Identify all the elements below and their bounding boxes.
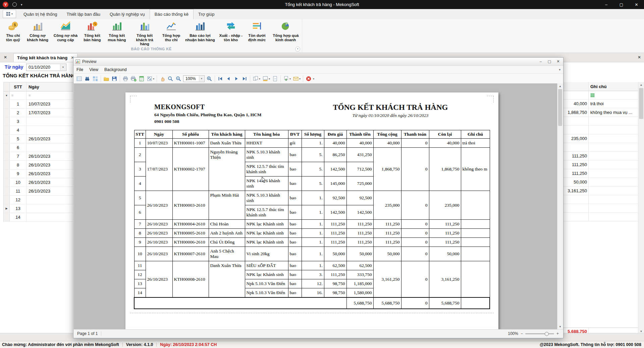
ribbon-button-cong-no-nha-cung-cap[interactable]: Công nợ nhà cung cấp [51,20,80,43]
ribbon-tab[interactable]: Quản trị hệ thống [19,9,62,19]
grid-row[interactable]: 111,250 [564,152,638,160]
zoom-slider-thumb[interactable] [545,332,549,336]
page-color-icon[interactable]: ▾ [261,75,271,83]
watermark-icon[interactable]: A [271,75,279,83]
first-page-icon[interactable] [216,75,224,83]
stt-filter-cell[interactable]: = [10,91,26,99]
grid-row[interactable]: 111,250 [564,160,638,169]
quick-print-icon[interactable] [129,75,138,83]
close-all-tabs-icon[interactable]: ✕ [4,55,7,60]
preview-scroll-up-icon[interactable]: ▲ [557,83,563,89]
main-grid-scrollbar[interactable]: ▲ ▼ [638,82,644,334]
ribbon-tab[interactable]: Báo cáo thống kê [150,9,194,19]
panel-close-icon[interactable]: ✕ [638,55,641,60]
menu-view[interactable]: View [86,67,101,72]
grid-row[interactable] [564,143,638,152]
zoom-out-icon[interactable] [174,75,182,83]
application-menu-button[interactable]: ▾ [3,10,16,18]
ribbon-tab[interactable]: Quản lý nghiệp vụ [105,9,150,19]
grid-row[interactable]: 1 10/07/2023 [4,100,80,109]
ribbon-button-bao-cao-loi-nhuan[interactable]: Báo cáo lợi nhuận bán hàng [182,20,217,43]
zoom-in-icon[interactable] [205,75,213,83]
preview-scroll-down-icon[interactable]: ▼ [557,324,563,329]
search-icon[interactable] [83,75,91,83]
grid-row[interactable]: 12 [4,196,80,204]
preview-scrollbar[interactable]: ▲ ▼ [557,83,563,329]
ribbon-button-tong-hop-thu-chi[interactable]: Tổng hợp thu chi [160,20,183,43]
next-page-icon[interactable] [232,75,240,83]
grid-row[interactable] [564,117,638,126]
last-page-icon[interactable] [240,75,249,83]
toolbar-overflow-icon[interactable]: ▾ [313,77,314,80]
preview-scrollbar-thumb[interactable] [558,89,562,126]
minimize-button[interactable]: – [599,0,614,9]
document-map-icon[interactable] [75,75,83,83]
previous-page-icon[interactable] [224,75,232,83]
grid-row[interactable] [564,204,638,213]
remaining-filter-cell[interactable] [564,91,588,99]
print-icon[interactable] [121,75,129,83]
magnifier-icon[interactable] [166,75,174,83]
ribbon-button-cong-no-khach-hang[interactable]: Công nợ khách hàng [24,20,51,43]
multiple-pages-icon[interactable]: ▾ [252,75,261,83]
grid-row[interactable]: 1,868,750 không theo mua vụ ... [564,108,638,117]
stt-column-header[interactable]: STT [10,82,26,91]
hand-tool-icon[interactable] [158,75,166,83]
grid-row[interactable]: 6 [4,143,80,152]
grid-row[interactable]: 7 26/10/2023 [4,152,80,161]
grid-row[interactable]: 10 26/10/2023 [4,178,80,187]
preview-maximize-button[interactable]: ▢ [545,58,554,64]
ribbon-button-tong-ket-khach-tra-hang[interactable]: Tổng kết khách trả hàng [129,20,160,47]
zoom-decrease-button[interactable]: − [521,331,523,336]
zoom-combobox[interactable]: 100% ▾ [183,75,205,82]
grid-row[interactable]: 50,000 [564,178,638,187]
menu-background[interactable]: Background [101,67,130,72]
date-filter-cell[interactable]: = [26,91,80,99]
preview-close-button[interactable]: ✕ [554,58,562,64]
scrollbar-thumb[interactable] [639,88,643,119]
grid-row[interactable]: 9 26/10/2023 [4,169,80,178]
grid-row[interactable]: 4 [4,126,80,135]
grid-row[interactable]: 5 26/10/2023 [4,135,80,143]
close-button[interactable]: ✕ [629,0,644,9]
grid-row[interactable]: 3,161,250 [564,187,638,195]
scale-icon[interactable]: ▾ [146,75,155,83]
preview-title-bar[interactable]: Preview – ▢ ✕ [73,58,563,66]
note-column-header[interactable]: Ghi chú [588,82,638,91]
date-column-header[interactable]: Ngày [26,82,80,91]
combobox-caret-icon[interactable]: ▾ [60,64,66,70]
ribbon-button-tong-ket-mua-hang[interactable]: Tổng kết mua hàng [104,20,129,43]
grid-row[interactable] [564,213,638,221]
from-date-combobox[interactable]: 01/10/2020 ▾ [26,64,66,71]
quick-access-dropdown-icon[interactable]: ▾ [21,3,22,6]
ribbon-button-thu-chi-ton-quy[interactable]: $ Thu chi tồn quỹ [2,20,24,43]
scroll-up-icon[interactable]: ▲ [638,82,644,87]
zoom-slider-track[interactable] [525,333,554,334]
ribbon-button-xuat-nhap-ton-kho[interactable]: Xuất - nhập - tồn kho [217,20,244,43]
send-email-icon[interactable]: ▾ [292,75,302,83]
grid-row[interactable]: 3 [4,117,80,126]
zoom-caret-icon[interactable]: ▾ [199,76,204,81]
open-icon[interactable] [102,75,110,83]
save-icon[interactable] [110,75,118,83]
grid-row[interactable]: 8 26/10/2023 [4,161,80,169]
page-setup-icon[interactable] [138,75,146,83]
menu-overflow-icon[interactable]: ▾ [559,68,560,71]
export-document-icon[interactable]: ▾ [282,75,292,83]
ribbon-button-tong-hop-ket-qua[interactable]: Tổng hợp quả kinh doanh [269,20,302,43]
grid-row[interactable]: 11 26/10/2023 [4,187,80,196]
menu-file[interactable]: File [73,67,86,72]
thumbnails-icon[interactable] [91,75,99,83]
grid-row[interactable]: ▶ 13 [4,204,80,213]
note-filter-cell[interactable] [588,91,638,99]
ribbon-tab[interactable]: Thiết lập ban đầu [62,9,105,19]
grid-row[interactable]: 2 17/07/2023 [4,109,80,117]
ribbon-tab[interactable]: Trợ giúp [194,9,219,19]
ribbon-collapse-button[interactable]: ▾ [295,47,300,52]
grid-row[interactable]: 235,000 [564,134,638,143]
preview-minimize-button[interactable]: – [536,58,545,64]
grid-row[interactable] [564,126,638,134]
ribbon-button-ton-duoi-dinh-muc[interactable]: Tồn dưới định mức [244,20,269,43]
grid-row[interactable]: 14 [4,213,80,222]
zoom-increase-button[interactable]: + [556,331,559,336]
